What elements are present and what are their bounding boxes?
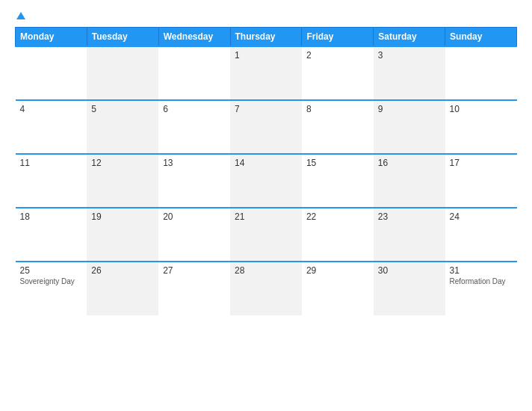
calendar-cell: 18 <box>16 208 87 262</box>
day-number: 7 <box>235 104 297 114</box>
logo-triangle-icon <box>16 12 25 19</box>
calendar-cell: 9 <box>374 100 445 154</box>
day-number: 14 <box>235 158 297 168</box>
calendar-cell: 28 <box>230 262 302 315</box>
day-number: 2 <box>306 50 369 61</box>
weekday-header-sunday: Sunday <box>445 28 517 47</box>
calendar-cell: 16 <box>374 154 445 208</box>
day-number: 25 <box>20 265 83 276</box>
weekday-header-saturday: Saturday <box>374 28 445 47</box>
day-number: 15 <box>306 158 369 168</box>
day-number: 26 <box>91 265 154 276</box>
calendar-cell <box>16 46 87 100</box>
day-number: 5 <box>91 104 154 114</box>
day-number: 16 <box>378 158 441 168</box>
calendar-cell: 7 <box>230 100 302 154</box>
day-number: 24 <box>450 211 513 222</box>
day-number: 9 <box>378 104 441 114</box>
calendar-cell: 27 <box>158 262 230 315</box>
day-number: 19 <box>91 211 154 222</box>
calendar-week-row: 25Sovereignty Day262728293031Reformation… <box>16 262 517 315</box>
calendar-cell: 26 <box>87 262 158 315</box>
day-number: 11 <box>20 158 83 168</box>
day-number: 18 <box>20 211 83 222</box>
calendar-week-row: 18192021222324 <box>16 208 517 262</box>
calendar-cell: 22 <box>302 208 374 262</box>
day-number: 27 <box>163 265 226 276</box>
day-number: 1 <box>235 50 297 61</box>
day-number: 29 <box>306 265 369 276</box>
day-number: 4 <box>20 104 83 114</box>
holiday-name: Sovereignty Day <box>20 277 83 286</box>
calendar-cell <box>445 46 517 100</box>
day-number: 3 <box>378 50 441 61</box>
calendar-cell: 4 <box>16 100 87 154</box>
calendar-cell <box>87 46 158 100</box>
calendar-cell: 12 <box>87 154 158 208</box>
day-number: 20 <box>163 211 226 222</box>
day-number: 17 <box>450 158 513 168</box>
calendar-cell: 11 <box>16 154 87 208</box>
day-number: 22 <box>306 211 369 222</box>
day-number: 12 <box>91 158 154 168</box>
calendar-cell: 2 <box>302 46 374 100</box>
calendar-cell: 1 <box>230 46 302 100</box>
calendar-cell <box>158 46 230 100</box>
header <box>15 12 517 19</box>
calendar-cell: 3 <box>374 46 445 100</box>
day-number: 23 <box>378 211 441 222</box>
calendar-cell: 24 <box>445 208 517 262</box>
day-number: 21 <box>235 211 297 222</box>
day-number: 10 <box>450 104 513 114</box>
calendar-cell: 5 <box>87 100 158 154</box>
day-number: 31 <box>450 265 513 276</box>
calendar-cell: 31Reformation Day <box>445 262 517 315</box>
calendar-cell: 17 <box>445 154 517 208</box>
weekday-header-tuesday: Tuesday <box>87 28 158 47</box>
weekday-header-wednesday: Wednesday <box>158 28 230 47</box>
calendar-cell: 30 <box>374 262 445 315</box>
calendar-cell: 29 <box>302 262 374 315</box>
calendar-cell: 10 <box>445 100 517 154</box>
calendar-table: MondayTuesdayWednesdayThursdayFridaySatu… <box>15 27 517 315</box>
weekday-header-thursday: Thursday <box>230 28 302 47</box>
day-number: 13 <box>163 158 226 168</box>
day-number: 30 <box>378 265 441 276</box>
calendar-cell: 6 <box>158 100 230 154</box>
day-number: 8 <box>306 104 369 114</box>
weekday-header-monday: Monday <box>16 28 87 47</box>
logo <box>15 12 25 19</box>
calendar-cell: 25Sovereignty Day <box>16 262 87 315</box>
calendar-cell: 20 <box>158 208 230 262</box>
calendar-cell: 19 <box>87 208 158 262</box>
calendar-cell: 21 <box>230 208 302 262</box>
calendar-page: MondayTuesdayWednesdayThursdayFridaySatu… <box>0 0 532 411</box>
calendar-cell: 14 <box>230 154 302 208</box>
day-number: 28 <box>235 265 297 276</box>
weekday-header-row: MondayTuesdayWednesdayThursdayFridaySatu… <box>16 28 517 47</box>
calendar-week-row: 11121314151617 <box>16 154 517 208</box>
calendar-cell: 23 <box>374 208 445 262</box>
calendar-week-row: 123 <box>16 46 517 100</box>
weekday-header-friday: Friday <box>302 28 374 47</box>
day-number: 6 <box>163 104 226 114</box>
calendar-cell: 13 <box>158 154 230 208</box>
holiday-name: Reformation Day <box>450 277 513 286</box>
calendar-cell: 8 <box>302 100 374 154</box>
calendar-cell: 15 <box>302 154 374 208</box>
calendar-week-row: 45678910 <box>16 100 517 154</box>
